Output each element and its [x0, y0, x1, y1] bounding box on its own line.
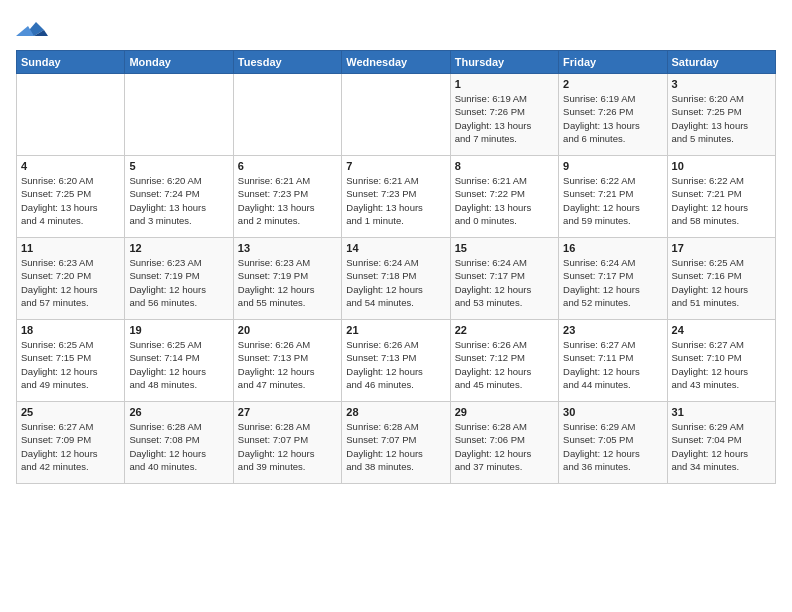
day-cell: 5Sunrise: 6:20 AM Sunset: 7:24 PM Daylig… — [125, 156, 233, 238]
day-info: Sunrise: 6:23 AM Sunset: 7:20 PM Dayligh… — [21, 256, 120, 309]
day-number: 25 — [21, 406, 120, 418]
day-info: Sunrise: 6:20 AM Sunset: 7:25 PM Dayligh… — [672, 92, 771, 145]
weekday-header-monday: Monday — [125, 51, 233, 74]
day-info: Sunrise: 6:26 AM Sunset: 7:13 PM Dayligh… — [238, 338, 337, 391]
day-info: Sunrise: 6:29 AM Sunset: 7:04 PM Dayligh… — [672, 420, 771, 473]
week-row-5: 25Sunrise: 6:27 AM Sunset: 7:09 PM Dayli… — [17, 402, 776, 484]
day-number: 1 — [455, 78, 554, 90]
day-cell: 24Sunrise: 6:27 AM Sunset: 7:10 PM Dayli… — [667, 320, 775, 402]
weekday-header-sunday: Sunday — [17, 51, 125, 74]
week-row-3: 11Sunrise: 6:23 AM Sunset: 7:20 PM Dayli… — [17, 238, 776, 320]
day-cell: 7Sunrise: 6:21 AM Sunset: 7:23 PM Daylig… — [342, 156, 450, 238]
day-cell: 25Sunrise: 6:27 AM Sunset: 7:09 PM Dayli… — [17, 402, 125, 484]
day-cell: 9Sunrise: 6:22 AM Sunset: 7:21 PM Daylig… — [559, 156, 667, 238]
day-number: 8 — [455, 160, 554, 172]
day-cell — [17, 74, 125, 156]
header-row: SundayMondayTuesdayWednesdayThursdayFrid… — [17, 51, 776, 74]
day-cell: 18Sunrise: 6:25 AM Sunset: 7:15 PM Dayli… — [17, 320, 125, 402]
day-info: Sunrise: 6:19 AM Sunset: 7:26 PM Dayligh… — [455, 92, 554, 145]
day-info: Sunrise: 6:22 AM Sunset: 7:21 PM Dayligh… — [672, 174, 771, 227]
day-info: Sunrise: 6:21 AM Sunset: 7:23 PM Dayligh… — [346, 174, 445, 227]
day-cell: 17Sunrise: 6:25 AM Sunset: 7:16 PM Dayli… — [667, 238, 775, 320]
day-cell: 15Sunrise: 6:24 AM Sunset: 7:17 PM Dayli… — [450, 238, 558, 320]
day-info: Sunrise: 6:20 AM Sunset: 7:25 PM Dayligh… — [21, 174, 120, 227]
day-cell: 16Sunrise: 6:24 AM Sunset: 7:17 PM Dayli… — [559, 238, 667, 320]
day-number: 2 — [563, 78, 662, 90]
day-cell: 3Sunrise: 6:20 AM Sunset: 7:25 PM Daylig… — [667, 74, 775, 156]
day-info: Sunrise: 6:28 AM Sunset: 7:06 PM Dayligh… — [455, 420, 554, 473]
day-cell: 13Sunrise: 6:23 AM Sunset: 7:19 PM Dayli… — [233, 238, 341, 320]
day-number: 10 — [672, 160, 771, 172]
day-number: 6 — [238, 160, 337, 172]
day-cell: 28Sunrise: 6:28 AM Sunset: 7:07 PM Dayli… — [342, 402, 450, 484]
day-number: 16 — [563, 242, 662, 254]
day-number: 23 — [563, 324, 662, 336]
day-cell: 23Sunrise: 6:27 AM Sunset: 7:11 PM Dayli… — [559, 320, 667, 402]
day-cell — [233, 74, 341, 156]
day-number: 3 — [672, 78, 771, 90]
day-number: 21 — [346, 324, 445, 336]
day-info: Sunrise: 6:28 AM Sunset: 7:07 PM Dayligh… — [346, 420, 445, 473]
weekday-header-friday: Friday — [559, 51, 667, 74]
day-info: Sunrise: 6:23 AM Sunset: 7:19 PM Dayligh… — [129, 256, 228, 309]
day-number: 17 — [672, 242, 771, 254]
day-info: Sunrise: 6:19 AM Sunset: 7:26 PM Dayligh… — [563, 92, 662, 145]
weekday-header-saturday: Saturday — [667, 51, 775, 74]
week-row-1: 1Sunrise: 6:19 AM Sunset: 7:26 PM Daylig… — [17, 74, 776, 156]
weekday-header-tuesday: Tuesday — [233, 51, 341, 74]
day-info: Sunrise: 6:24 AM Sunset: 7:17 PM Dayligh… — [563, 256, 662, 309]
logo — [16, 16, 52, 44]
day-cell — [342, 74, 450, 156]
day-info: Sunrise: 6:24 AM Sunset: 7:17 PM Dayligh… — [455, 256, 554, 309]
day-number: 30 — [563, 406, 662, 418]
day-cell: 20Sunrise: 6:26 AM Sunset: 7:13 PM Dayli… — [233, 320, 341, 402]
day-number: 27 — [238, 406, 337, 418]
weekday-header-thursday: Thursday — [450, 51, 558, 74]
day-cell: 29Sunrise: 6:28 AM Sunset: 7:06 PM Dayli… — [450, 402, 558, 484]
day-cell — [125, 74, 233, 156]
logo-icon — [16, 16, 48, 44]
day-info: Sunrise: 6:25 AM Sunset: 7:15 PM Dayligh… — [21, 338, 120, 391]
day-info: Sunrise: 6:26 AM Sunset: 7:13 PM Dayligh… — [346, 338, 445, 391]
day-cell: 4Sunrise: 6:20 AM Sunset: 7:25 PM Daylig… — [17, 156, 125, 238]
day-info: Sunrise: 6:22 AM Sunset: 7:21 PM Dayligh… — [563, 174, 662, 227]
day-number: 28 — [346, 406, 445, 418]
day-cell: 21Sunrise: 6:26 AM Sunset: 7:13 PM Dayli… — [342, 320, 450, 402]
day-info: Sunrise: 6:26 AM Sunset: 7:12 PM Dayligh… — [455, 338, 554, 391]
day-cell: 11Sunrise: 6:23 AM Sunset: 7:20 PM Dayli… — [17, 238, 125, 320]
day-cell: 27Sunrise: 6:28 AM Sunset: 7:07 PM Dayli… — [233, 402, 341, 484]
day-cell: 19Sunrise: 6:25 AM Sunset: 7:14 PM Dayli… — [125, 320, 233, 402]
day-cell: 22Sunrise: 6:26 AM Sunset: 7:12 PM Dayli… — [450, 320, 558, 402]
day-cell: 26Sunrise: 6:28 AM Sunset: 7:08 PM Dayli… — [125, 402, 233, 484]
day-cell: 6Sunrise: 6:21 AM Sunset: 7:23 PM Daylig… — [233, 156, 341, 238]
day-info: Sunrise: 6:25 AM Sunset: 7:14 PM Dayligh… — [129, 338, 228, 391]
day-number: 11 — [21, 242, 120, 254]
day-info: Sunrise: 6:24 AM Sunset: 7:18 PM Dayligh… — [346, 256, 445, 309]
day-cell: 31Sunrise: 6:29 AM Sunset: 7:04 PM Dayli… — [667, 402, 775, 484]
day-info: Sunrise: 6:21 AM Sunset: 7:22 PM Dayligh… — [455, 174, 554, 227]
week-row-2: 4Sunrise: 6:20 AM Sunset: 7:25 PM Daylig… — [17, 156, 776, 238]
day-number: 9 — [563, 160, 662, 172]
day-cell: 30Sunrise: 6:29 AM Sunset: 7:05 PM Dayli… — [559, 402, 667, 484]
day-number: 14 — [346, 242, 445, 254]
day-info: Sunrise: 6:21 AM Sunset: 7:23 PM Dayligh… — [238, 174, 337, 227]
day-number: 12 — [129, 242, 228, 254]
day-cell: 1Sunrise: 6:19 AM Sunset: 7:26 PM Daylig… — [450, 74, 558, 156]
weekday-header-wednesday: Wednesday — [342, 51, 450, 74]
day-number: 31 — [672, 406, 771, 418]
day-cell: 2Sunrise: 6:19 AM Sunset: 7:26 PM Daylig… — [559, 74, 667, 156]
week-row-4: 18Sunrise: 6:25 AM Sunset: 7:15 PM Dayli… — [17, 320, 776, 402]
day-number: 20 — [238, 324, 337, 336]
header — [16, 16, 776, 44]
day-number: 7 — [346, 160, 445, 172]
day-info: Sunrise: 6:25 AM Sunset: 7:16 PM Dayligh… — [672, 256, 771, 309]
day-cell: 10Sunrise: 6:22 AM Sunset: 7:21 PM Dayli… — [667, 156, 775, 238]
day-number: 13 — [238, 242, 337, 254]
day-info: Sunrise: 6:28 AM Sunset: 7:08 PM Dayligh… — [129, 420, 228, 473]
day-number: 19 — [129, 324, 228, 336]
day-info: Sunrise: 6:28 AM Sunset: 7:07 PM Dayligh… — [238, 420, 337, 473]
day-number: 15 — [455, 242, 554, 254]
day-number: 4 — [21, 160, 120, 172]
day-number: 29 — [455, 406, 554, 418]
day-cell: 8Sunrise: 6:21 AM Sunset: 7:22 PM Daylig… — [450, 156, 558, 238]
